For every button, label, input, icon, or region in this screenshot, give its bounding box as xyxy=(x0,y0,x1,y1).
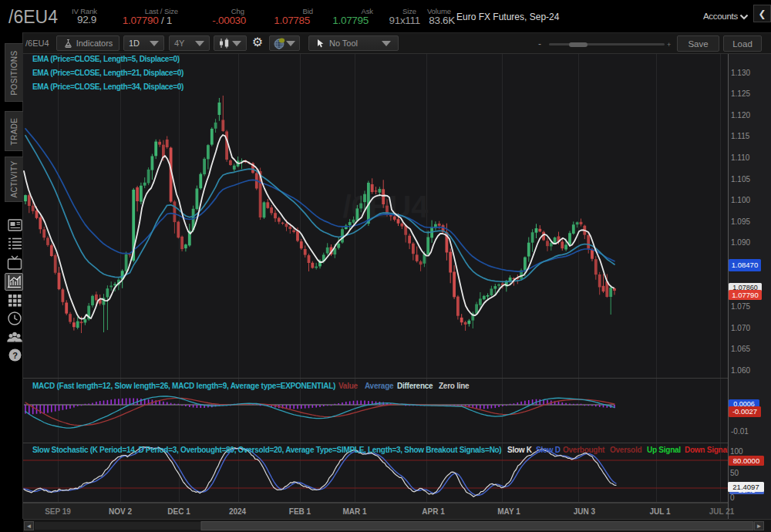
svg-text:◄: ◄ xyxy=(26,523,32,530)
svg-text:FEB 1: FEB 1 xyxy=(289,507,311,516)
svg-text:21.4097: 21.4097 xyxy=(732,483,759,491)
svg-text:EMA (Price=CLOSE, Length=21, D: EMA (Price=CLOSE, Length=21, Displace=0) xyxy=(32,69,183,77)
svg-text:Slow Stochastic (K Period=14,: Slow Stochastic (K Period=14, D Period=3… xyxy=(32,446,501,454)
svg-text:-0.01: -0.01 xyxy=(731,427,749,436)
svg-text:1.060: 1.060 xyxy=(731,366,750,375)
svg-text:Up Signal: Up Signal xyxy=(647,446,681,454)
svg-text:Zero line: Zero line xyxy=(439,382,470,390)
svg-text:0: 0 xyxy=(730,493,735,502)
svg-text:MACD (Fast length=12, Slow len: MACD (Fast length=12, Slow length=26, MA… xyxy=(32,382,335,390)
svg-text:DEC 1: DEC 1 xyxy=(167,507,190,516)
svg-text:1.100: 1.100 xyxy=(731,196,750,204)
svg-text:1.07790: 1.07790 xyxy=(732,291,758,299)
svg-text:1.065: 1.065 xyxy=(731,345,750,353)
svg-text:Overbought: Overbought xyxy=(563,446,605,454)
svg-text:Value: Value xyxy=(338,382,359,390)
svg-text:1.075: 1.075 xyxy=(731,302,750,311)
svg-text:►: ► xyxy=(756,523,763,530)
svg-text:Average: Average xyxy=(365,382,394,390)
svg-text:1.125: 1.125 xyxy=(731,89,750,98)
svg-text:80.0000: 80.0000 xyxy=(733,456,759,465)
svg-text:EMA (Price=CLOSE, Length=5, Di: EMA (Price=CLOSE, Length=5, Displace=0) xyxy=(32,55,180,63)
svg-text:SEP 19: SEP 19 xyxy=(45,507,71,516)
svg-text:1.095: 1.095 xyxy=(731,217,750,226)
svg-text:1.120: 1.120 xyxy=(731,111,750,120)
svg-text:1.115: 1.115 xyxy=(731,132,750,140)
svg-text:-0.0027: -0.0027 xyxy=(732,407,757,416)
svg-text:EMA (Price=CLOSE, Length=34, D: EMA (Price=CLOSE, Length=34, Displace=0) xyxy=(32,82,183,91)
svg-text:1.090: 1.090 xyxy=(731,238,750,247)
svg-text:Slow K: Slow K xyxy=(507,446,533,454)
svg-text:JUL 21: JUL 21 xyxy=(709,507,735,516)
svg-text:Oversold: Oversold xyxy=(610,446,641,454)
svg-text:100: 100 xyxy=(730,447,743,456)
svg-text:JUN 3: JUN 3 xyxy=(574,507,596,516)
svg-text:Down Signal: Down Signal xyxy=(685,446,729,454)
svg-text:2024: 2024 xyxy=(229,507,247,516)
svg-text:APR 1: APR 1 xyxy=(422,507,445,516)
svg-text:1.130: 1.130 xyxy=(731,69,750,77)
svg-text:MAY 1: MAY 1 xyxy=(497,507,520,516)
svg-text:NOV 2: NOV 2 xyxy=(109,507,132,516)
svg-text:1.105: 1.105 xyxy=(731,175,750,184)
svg-text:MAR 1: MAR 1 xyxy=(342,507,367,516)
svg-text:1.110: 1.110 xyxy=(731,153,750,162)
svg-text:Difference: Difference xyxy=(397,382,433,390)
svg-text:1.070: 1.070 xyxy=(731,324,750,332)
svg-text:Slow D: Slow D xyxy=(536,446,561,454)
svg-text:50: 50 xyxy=(730,469,739,477)
svg-text:1.08470: 1.08470 xyxy=(732,261,758,269)
svg-text:JUL 1: JUL 1 xyxy=(649,507,670,516)
